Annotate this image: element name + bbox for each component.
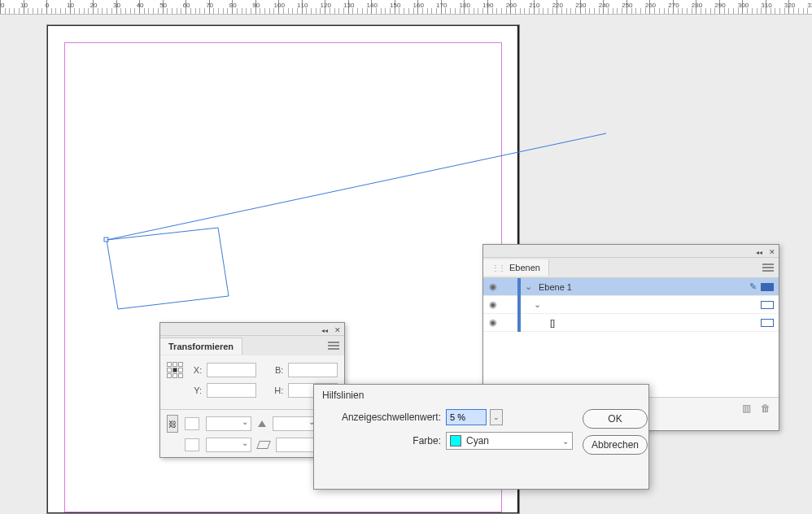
color-value: Cyan — [466, 435, 489, 446]
shear-icon[interactable] — [256, 441, 271, 449]
horizontal-ruler[interactable]: 2010010203040506070809010011012013014015… — [0, 0, 812, 15]
color-swatch-icon — [450, 435, 461, 446]
selection-indicator[interactable] — [761, 283, 774, 291]
constrain-proportions-icon[interactable]: ⛓ — [167, 415, 178, 433]
panel-menu-icon[interactable] — [762, 264, 774, 272]
grip-icon — [491, 263, 504, 272]
selected-text-frame[interactable] — [104, 228, 229, 309]
x-label: X: — [191, 365, 203, 375]
b-label: B: — [273, 365, 284, 375]
scale-y-dropdown[interactable] — [206, 438, 251, 452]
collapse-icon[interactable] — [756, 246, 762, 256]
panel-titlebar[interactable] — [483, 245, 779, 258]
layer-name[interactable]: Ebene 1 — [535, 282, 744, 292]
b-field[interactable] — [288, 363, 338, 377]
new-layer-icon[interactable] — [742, 403, 751, 414]
chevron-down-icon: ⌄ — [562, 437, 569, 446]
color-label: Farbe: — [324, 435, 446, 446]
scale-y-icon[interactable] — [185, 438, 199, 451]
visibility-eye-icon[interactable] — [483, 299, 503, 310]
close-icon[interactable] — [769, 246, 775, 256]
layers-list[interactable]: ⌄Ebene 1⌄[] — [483, 277, 779, 398]
guides-dialog[interactable]: Hilfslinien Anzeigeschwellenwert: ⌄ Farb… — [313, 384, 649, 490]
svg-marker-0 — [107, 228, 229, 309]
reference-point-widget[interactable] — [167, 362, 183, 378]
layer-name[interactable]: [] — [547, 318, 744, 328]
disclosure-triangle-icon[interactable]: ⌄ — [521, 299, 535, 310]
x-field[interactable] — [207, 363, 256, 377]
dialog-title: Hilfslinien — [314, 385, 648, 406]
scale-x-icon[interactable] — [185, 417, 199, 430]
scale-x-dropdown[interactable] — [206, 416, 251, 431]
selection-indicator[interactable] — [761, 319, 774, 327]
close-icon[interactable] — [334, 325, 341, 334]
panel-menu-icon[interactable] — [328, 342, 339, 350]
layer-row[interactable]: [] — [483, 314, 779, 332]
threshold-label: Anzeigeschwellenwert: — [324, 412, 446, 423]
visibility-eye-icon[interactable] — [483, 281, 503, 292]
cancel-button[interactable]: Abbrechen — [583, 435, 648, 455]
collapse-icon[interactable] — [321, 325, 328, 334]
delete-layer-icon[interactable] — [761, 403, 771, 414]
tab-transform[interactable]: Transformieren — [160, 338, 242, 355]
target-layer-pen-icon[interactable] — [744, 281, 761, 292]
y-label: Y: — [190, 386, 202, 395]
selection-indicator[interactable] — [761, 301, 774, 309]
visibility-eye-icon[interactable] — [483, 317, 503, 328]
rotate-dropdown[interactable] — [273, 416, 318, 431]
layer-row[interactable]: ⌄ — [483, 296, 779, 314]
layer-color-bar — [517, 314, 521, 332]
ok-button[interactable]: OK — [583, 409, 648, 429]
panel-tab-row: Ebenen — [483, 258, 779, 277]
disclosure-triangle-icon[interactable]: ⌄ — [521, 281, 535, 292]
layer-row[interactable]: ⌄Ebene 1 — [483, 278, 779, 296]
panel-titlebar[interactable] — [160, 323, 344, 336]
color-select[interactable]: Cyan ⌄ — [446, 432, 573, 450]
threshold-input[interactable] — [446, 409, 487, 425]
guide-line[interactable] — [107, 133, 606, 240]
h-label: H: — [273, 386, 284, 395]
panel-tab-row: Transformieren — [160, 336, 344, 355]
layers-tab-label: Ebenen — [509, 263, 540, 272]
tab-layers[interactable]: Ebenen — [483, 259, 549, 276]
threshold-dropdown-icon[interactable]: ⌄ — [490, 409, 503, 425]
y-field[interactable] — [207, 383, 256, 398]
rotate-icon[interactable] — [258, 420, 266, 427]
